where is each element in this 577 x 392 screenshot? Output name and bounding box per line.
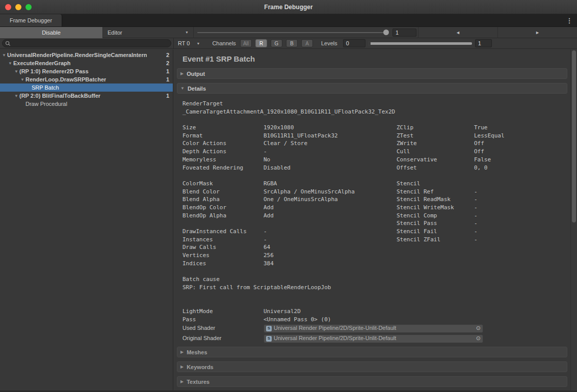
- original-shader-field[interactable]: S Universal Render Pipeline/2D/Sprite-Un…: [264, 334, 483, 343]
- tree-row[interactable]: ▼UniversalRenderPipeline.RenderSingleCam…: [0, 51, 173, 59]
- detail-label: Draw Calls: [182, 243, 264, 251]
- search-input[interactable]: [12, 40, 171, 47]
- detail-value: SrcAlpha / OneMinusSrcAlpha: [264, 188, 397, 196]
- detail-label: Instances: [182, 236, 264, 244]
- main-toolbar: Disable Editor ▼ 1 ◄ ►: [0, 27, 577, 38]
- search-field[interactable]: [2, 39, 171, 47]
- detail-label: Stencil: [397, 180, 474, 188]
- detail-value: -: [264, 148, 397, 156]
- tree-item-label: ExecuteRenderGraph: [13, 60, 70, 66]
- detail-label: Stencil Pass: [397, 219, 474, 228]
- tree-row[interactable]: ▼ExecuteRenderGraph2: [0, 59, 173, 67]
- original-shader-row: Original Shader S Universal Render Pipel…: [182, 333, 570, 344]
- detail-label: Stencil Ref: [397, 188, 474, 196]
- section-meshes[interactable]: ▶ Meshes: [177, 347, 567, 357]
- tree-row[interactable]: ▼RenderLoop.DrawSRPBatcher1: [0, 75, 173, 83]
- collapsed-triangle-icon: ▶: [180, 365, 183, 369]
- disclosure-triangle-icon[interactable]: ▼: [14, 69, 19, 74]
- detail-label: [397, 243, 474, 251]
- rt-dropdown[interactable]: RT 0 ▼: [174, 40, 204, 46]
- render-target-label: RenderTarget: [182, 100, 570, 108]
- collapsed-triangle-icon: ▶: [180, 71, 183, 76]
- detail-label: Size: [182, 124, 264, 132]
- next-event-button[interactable]: ►: [497, 27, 577, 38]
- channel-r-button[interactable]: R: [255, 39, 267, 47]
- details-grid: Size1920x1080ZClipTrueFormatB10G11R11_UF…: [182, 124, 570, 267]
- section-textures[interactable]: ▶ Textures: [177, 376, 567, 387]
- minimize-button[interactable]: [15, 4, 21, 10]
- detail-value: -: [474, 228, 570, 236]
- channels-label: Channels: [212, 40, 235, 46]
- detail-value: -: [264, 236, 397, 244]
- tree-row[interactable]: SRP Batch: [0, 83, 173, 92]
- maximize-button[interactable]: [25, 4, 32, 10]
- detail-value: [474, 172, 570, 180]
- rt-dropdown-label: RT 0: [178, 40, 190, 46]
- detail-label: Format: [182, 132, 264, 140]
- channel-a-button[interactable]: A: [301, 39, 313, 47]
- detail-value: [474, 260, 570, 268]
- vertical-scrollbar[interactable]: [570, 49, 577, 392]
- disclosure-triangle-icon[interactable]: ▼: [2, 53, 7, 58]
- levels-min-handle[interactable]: [368, 41, 371, 46]
- tree-item-label: Draw Procedural: [25, 101, 67, 107]
- section-textures-label: Textures: [187, 379, 209, 385]
- tree-item-label: RenderLoop.DrawSRPBatcher: [25, 76, 106, 82]
- detail-value: -: [264, 228, 397, 236]
- detail-label: [397, 172, 474, 180]
- channel-g-button[interactable]: G: [271, 39, 282, 47]
- channel-all-button[interactable]: All: [240, 39, 252, 47]
- detail-label: ZWrite: [397, 139, 474, 148]
- object-picker-icon[interactable]: ⊙: [476, 324, 481, 332]
- detail-value: <Unnamed Pass 0> (0): [264, 316, 570, 324]
- close-button[interactable]: [5, 4, 11, 10]
- levels-max-field[interactable]: 1: [475, 39, 492, 47]
- tab-frame-debugger[interactable]: Frame Debugger: [0, 14, 62, 26]
- event-number-field[interactable]: 1: [392, 29, 416, 37]
- disclosure-triangle-icon[interactable]: ▼: [14, 94, 19, 98]
- detail-value: [474, 251, 570, 260]
- detail-label: LightMode: [182, 307, 264, 316]
- dropdown-arrow-icon: ▼: [185, 31, 189, 34]
- collapsed-triangle-icon: ▶: [180, 379, 183, 384]
- levels-slider[interactable]: [367, 38, 473, 49]
- dropdown-arrow-icon: ▼: [196, 42, 200, 45]
- scrollbar-thumb[interactable]: [572, 50, 576, 222]
- channel-b-button[interactable]: B: [286, 39, 298, 47]
- disclosure-triangle-icon[interactable]: ▼: [20, 77, 25, 82]
- event-slider-handle[interactable]: [383, 30, 389, 35]
- tree-row[interactable]: ▼(RP 2:0) BlitFinalToBackBuffer1: [0, 92, 173, 100]
- used-shader-label: Used Shader: [182, 324, 264, 332]
- tree-row[interactable]: ▼(RP 1:0) Renderer2D Pass1: [0, 67, 173, 75]
- section-keywords[interactable]: ▶ Keywords: [177, 361, 567, 372]
- section-output[interactable]: ▶ Output: [177, 68, 567, 79]
- tree-item-label: UniversalRenderPipeline.RenderSingleCame…: [7, 52, 147, 58]
- detail-label: BlendOp Color: [182, 204, 264, 212]
- detail-label: Stencil ZFail: [397, 236, 474, 244]
- tree-item-count: 2: [166, 60, 173, 66]
- disable-button[interactable]: Disable: [0, 27, 103, 38]
- used-shader-field[interactable]: S Universal Render Pipeline/2D/Sprite-Un…: [264, 324, 483, 333]
- detail-label: Stencil Comp: [397, 212, 474, 220]
- traffic-lights: [5, 4, 32, 10]
- detail-value: False: [474, 156, 570, 164]
- event-slider[interactable]: [194, 27, 391, 38]
- tree-row[interactable]: Draw Procedural: [0, 100, 173, 108]
- tree-item-label: SRP Batch: [32, 85, 59, 91]
- object-picker-icon[interactable]: ⊙: [476, 334, 481, 343]
- tree-item-count: 1: [166, 93, 173, 99]
- detail-value: True: [474, 124, 570, 132]
- detail-value: -: [474, 236, 570, 244]
- content-area: ▼UniversalRenderPipeline.RenderSingleCam…: [0, 49, 577, 392]
- detail-value: 1920x1080: [264, 124, 397, 132]
- section-details[interactable]: ▼ Details: [177, 83, 567, 94]
- target-selector-dropdown[interactable]: Editor ▼: [103, 27, 194, 38]
- section-meshes-label: Meshes: [187, 349, 207, 355]
- detail-value: -: [474, 188, 570, 196]
- disclosure-triangle-icon[interactable]: ▼: [8, 61, 13, 66]
- kebab-menu-icon[interactable]: ⋮: [562, 14, 577, 26]
- prev-event-button[interactable]: ◄: [418, 27, 497, 38]
- levels-min-field[interactable]: 0: [343, 39, 365, 47]
- detail-value: [264, 219, 397, 228]
- search-icon: [5, 41, 11, 46]
